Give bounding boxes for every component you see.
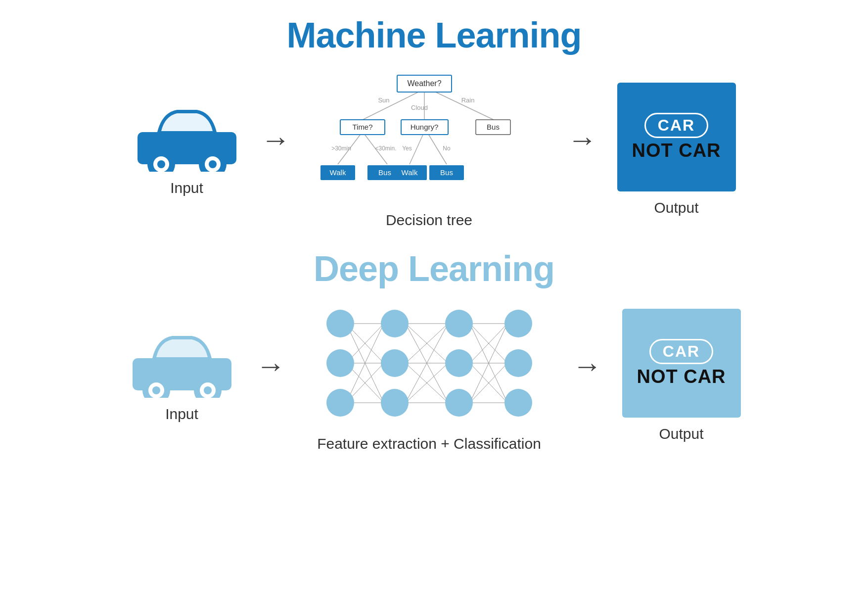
svg-point-78 [445, 310, 473, 337]
ml-process-label: Decision tree [386, 212, 472, 229]
dl-output-label: Output [659, 425, 703, 442]
svg-text:Weather?: Weather? [407, 79, 441, 88]
dl-process-label: Feature extraction + Classification [317, 435, 541, 452]
svg-text:Sun: Sun [378, 96, 389, 104]
svg-point-72 [326, 310, 354, 337]
svg-text:Cloud: Cloud [411, 104, 428, 111]
ml-title: Machine Learning [286, 15, 581, 55]
svg-text:>30min: >30min [331, 145, 351, 152]
svg-text:Bus: Bus [378, 168, 391, 177]
svg-point-79 [445, 349, 473, 377]
dl-output-item: CAR NOT CAR Output [622, 309, 741, 442]
svg-point-3 [157, 160, 165, 168]
ml-badge-car: CAR [644, 113, 708, 138]
svg-point-6 [209, 160, 217, 168]
ml-input-item: Input [133, 102, 241, 196]
ml-arrow-1: → [261, 123, 291, 157]
dl-arrow-2: → [573, 349, 602, 383]
ml-car-icon [133, 102, 241, 172]
ml-output-label: Output [654, 199, 698, 216]
dl-badge-not-car: NOT CAR [637, 366, 726, 387]
svg-point-73 [326, 349, 354, 377]
ml-row: Input → [0, 70, 868, 229]
dl-arrow-1: → [256, 349, 286, 383]
ml-input-label: Input [170, 180, 203, 196]
svg-text:Time?: Time? [352, 123, 372, 131]
svg-point-74 [326, 389, 354, 417]
ml-output-badge: CAR NOT CAR [617, 83, 736, 191]
dl-car-icon [128, 329, 236, 398]
svg-text:Bus: Bus [487, 123, 500, 131]
decision-tree: Sun Cloud Rain >30min <30min. Yes No Wea… [311, 70, 548, 199]
dl-row: Input → [0, 299, 868, 452]
svg-line-9 [429, 89, 494, 120]
svg-text:Walk: Walk [329, 168, 346, 177]
tree-svg: Sun Cloud Rain >30min <30min. Yes No Wea… [311, 70, 548, 199]
svg-text:No: No [443, 145, 451, 152]
svg-text:Rain: Rain [461, 96, 474, 104]
dl-process-item: Feature extraction + Classification [306, 299, 553, 452]
dl-output-badge: CAR NOT CAR [622, 309, 741, 418]
svg-text:Walk: Walk [401, 168, 417, 177]
dl-input-item: Input [128, 329, 236, 423]
ml-process-item: Sun Cloud Rain >30min <30min. Yes No Wea… [311, 70, 548, 229]
svg-point-43 [204, 386, 212, 394]
dl-title: Deep Learning [314, 248, 554, 289]
ml-badge-not-car: NOT CAR [632, 140, 721, 161]
svg-text:<30min.: <30min. [375, 145, 396, 152]
svg-point-77 [381, 389, 409, 417]
neural-network [306, 299, 553, 427]
svg-point-75 [381, 310, 409, 337]
ml-arrow-2: → [568, 123, 597, 157]
svg-text:Yes: Yes [402, 145, 412, 152]
svg-point-81 [504, 310, 532, 337]
page-container: Machine Learning Input → [0, 0, 868, 614]
dl-badge-car: CAR [649, 339, 713, 364]
dl-input-label: Input [165, 406, 198, 423]
svg-point-83 [504, 389, 532, 417]
svg-text:Bus: Bus [440, 168, 453, 177]
svg-point-82 [504, 349, 532, 377]
nn-svg [306, 299, 553, 427]
svg-point-80 [445, 389, 473, 417]
svg-text:Hungry?: Hungry? [410, 123, 438, 131]
svg-point-76 [381, 349, 409, 377]
ml-output-item: CAR NOT CAR Output [617, 83, 736, 216]
svg-point-40 [152, 386, 160, 394]
